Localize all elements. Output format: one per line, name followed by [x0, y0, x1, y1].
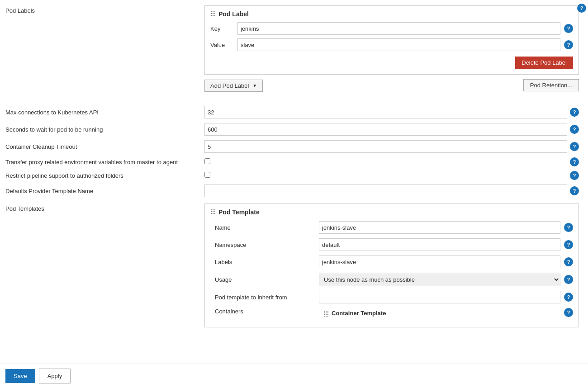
container-cleanup-input[interactable] [204, 140, 567, 153]
pt-labels-help-icon[interactable]: ? [564, 257, 573, 266]
pt-inherit-help-icon[interactable]: ? [564, 293, 573, 302]
pt-usage-select[interactable]: Use this node as much as possible Only b… [319, 273, 560, 286]
add-pod-label-dropdown-arrow: ▼ [252, 83, 257, 88]
pod-template-box: Pod Template Name ? Namespace ? Labels [204, 203, 579, 327]
key-input[interactable] [237, 22, 560, 35]
key-field-row: Key ? [210, 22, 573, 35]
transfer-proxy-checkbox[interactable] [204, 158, 210, 164]
pt-containers-help-icon[interactable]: ? [564, 308, 573, 317]
pod-label-title: Pod Label [210, 10, 573, 18]
defaults-provider-help-icon[interactable]: ? [570, 186, 579, 195]
pod-template-drag-handle-icon [210, 209, 216, 215]
pt-namespace-help-icon[interactable]: ? [564, 240, 573, 249]
restrict-pipeline-checkbox[interactable] [204, 172, 210, 178]
pt-inherit-row: Pod template to inherit from ? [210, 291, 573, 303]
max-connections-help-icon[interactable]: ? [570, 108, 579, 117]
delete-pod-label-button[interactable]: Delete Pod Label [515, 57, 573, 69]
global-help-icon[interactable]: ? [577, 4, 586, 13]
seconds-wait-input[interactable] [204, 123, 567, 136]
pt-usage-help-icon[interactable]: ? [564, 275, 573, 284]
container-template-section: Container Template [319, 310, 560, 317]
seconds-wait-help-icon[interactable]: ? [570, 125, 579, 134]
pt-name-row: Name ? [210, 221, 573, 234]
pt-namespace-row: Namespace ? [210, 238, 573, 251]
bottom-bar: Save Apply [0, 364, 588, 388]
container-cleanup-label: Container Cleanup Timeout [5, 143, 77, 150]
pod-labels-section-label: Pod Labels [5, 7, 35, 14]
pt-usage-label: Usage [215, 276, 319, 283]
seconds-wait-label: Seconds to wait for pod to be running [5, 126, 103, 133]
pt-inherit-input[interactable] [319, 291, 560, 303]
container-cleanup-help-icon[interactable]: ? [570, 142, 579, 151]
pod-templates-label: Pod Templates [5, 205, 44, 212]
restrict-pipeline-help-icon[interactable]: ? [570, 171, 579, 180]
value-label: Value [210, 42, 237, 48]
value-help-icon[interactable]: ? [564, 40, 573, 49]
pt-namespace-label: Namespace [215, 241, 319, 248]
max-connections-label: Max connections to Kubernetes API [5, 109, 99, 116]
key-help-icon[interactable]: ? [564, 24, 573, 33]
pt-labels-input[interactable] [319, 256, 560, 268]
defaults-provider-label: Defaults Provider Template Name [5, 188, 93, 194]
max-connections-input[interactable] [204, 106, 567, 118]
pt-containers-label: Containers [215, 308, 319, 315]
value-field-row: Value ? [210, 38, 573, 51]
pod-template-title: Pod Template [210, 208, 573, 216]
pt-labels-label: Labels [215, 259, 319, 265]
defaults-provider-input[interactable] [204, 185, 567, 197]
pt-labels-row: Labels ? [210, 256, 573, 268]
restrict-pipeline-label: Restrict pipeline support to authorized … [5, 172, 123, 179]
container-template-drag-handle-icon [323, 310, 329, 317]
pt-name-input[interactable] [319, 221, 560, 234]
pod-retention-button[interactable]: Pod Retention... [523, 79, 579, 91]
pt-name-label: Name [215, 224, 319, 231]
pt-namespace-input[interactable] [319, 238, 560, 251]
save-button[interactable]: Save [5, 369, 35, 383]
key-label: Key [210, 25, 237, 32]
pt-inherit-label: Pod template to inherit from [215, 294, 319, 301]
transfer-proxy-label: Transfer proxy related environment varia… [5, 159, 178, 166]
pt-name-help-icon[interactable]: ? [564, 223, 573, 232]
container-template-title: Container Template [323, 310, 560, 317]
add-pod-label-button[interactable]: Add Pod Label ▼ [204, 80, 263, 92]
pt-usage-row: Usage Use this node as much as possible … [210, 273, 573, 286]
pt-containers-row: Containers Container Template ? [210, 308, 573, 317]
drag-handle-icon [210, 11, 216, 17]
value-input[interactable] [237, 38, 560, 51]
apply-button[interactable]: Apply [39, 369, 71, 383]
pod-label-box: Pod Label Key ? Value ? Delete Pod Label [204, 5, 579, 75]
transfer-proxy-help-icon[interactable]: ? [570, 157, 579, 166]
